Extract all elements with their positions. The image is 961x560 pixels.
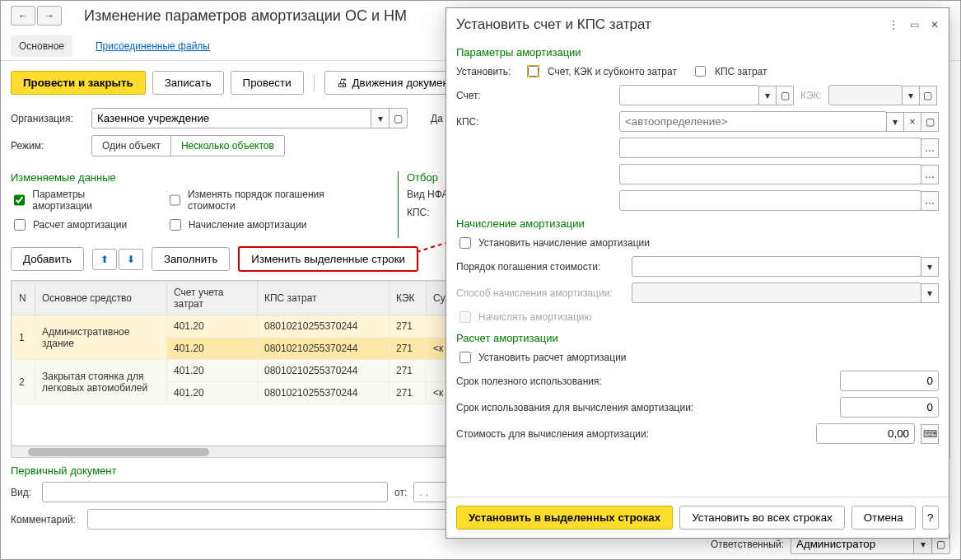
account-dropdown-icon[interactable]: ▾ <box>758 86 777 105</box>
chk-set-charge[interactable] <box>460 237 471 249</box>
change-selected-rows-button[interactable]: Изменить выделенные строки <box>238 246 418 272</box>
subconto3-input[interactable] <box>619 190 921 211</box>
kps-input[interactable] <box>619 111 887 132</box>
chk-depr-params[interactable] <box>14 194 25 206</box>
repay-dropdown-icon[interactable]: ▾ <box>921 257 939 277</box>
fill-button[interactable]: Заполнить <box>152 247 230 271</box>
chk-kps-costs[interactable] <box>695 66 706 77</box>
changed-data-title: Изменяемые данные <box>11 171 365 184</box>
kek-open-icon[interactable]: ▢ <box>919 86 937 105</box>
dialog-title: Установить счет и КПС затрат <box>456 16 651 33</box>
maximize-icon[interactable]: ▭ <box>910 19 919 30</box>
set-label: Установить: <box>456 66 518 77</box>
chk-change-repay[interactable] <box>170 194 180 206</box>
cell-asset-1[interactable]: Административное здание <box>35 315 167 360</box>
mode-label: Режим: <box>11 140 85 152</box>
charge-method-label: Способ начисления амортизации: <box>456 287 625 299</box>
repay-order-label: Порядок погашения стоимости: <box>456 261 625 273</box>
cell-asset-2[interactable]: Закрытая стоянка для легковых автомобиле… <box>35 360 167 404</box>
chk-depr-charge[interactable] <box>170 219 181 231</box>
cell-kps-1a[interactable]: 08010210255370244 <box>258 315 390 338</box>
cell-kek-2b[interactable]: 271 <box>390 382 427 404</box>
subconto2-more-icon[interactable]: … <box>921 165 939 184</box>
chk-accrue-depr <box>460 311 471 323</box>
mode-many-objects[interactable]: Несколько объектов <box>171 136 284 156</box>
tab-attached-files[interactable]: Присоединенные файлы <box>87 35 218 57</box>
tab-main[interactable]: Основное <box>11 35 72 57</box>
charge-method-input <box>632 282 921 303</box>
cell-kps-2a[interactable]: 08010210255370244 <box>258 360 390 382</box>
col-n[interactable]: N <box>12 282 35 315</box>
add-row-button[interactable]: Добавить <box>11 247 84 271</box>
org-label: Организация: <box>11 113 85 124</box>
help-button[interactable]: ? <box>922 506 939 530</box>
chk-kps-costs-label: КПС затрат <box>715 66 767 77</box>
col-kps[interactable]: КПС затрат <box>258 282 390 315</box>
chk-set-calc-label: Установить расчет амортизации <box>478 352 627 363</box>
responsible-label: Ответственный: <box>711 539 784 550</box>
set-in-all-button[interactable]: Установить во всех строках <box>679 506 845 530</box>
mode-one-object[interactable]: Один объект <box>92 136 171 156</box>
sec-params-title: Параметры амортизации <box>456 46 939 58</box>
kps-label: КПС: <box>456 116 613 128</box>
subconto1-input[interactable] <box>619 138 921 158</box>
org-input[interactable] <box>91 108 371 128</box>
col-asset[interactable]: Основное средство <box>35 282 167 315</box>
cell-acct-2b[interactable]: 401.20 <box>167 382 258 404</box>
kind-input[interactable] <box>42 482 388 502</box>
kps-open-icon[interactable]: ▢ <box>921 112 939 132</box>
cell-kek-1a[interactable]: 271 <box>390 315 427 338</box>
useful-life-input[interactable] <box>840 371 939 391</box>
cell-kps-1b[interactable]: 08010210255370244 <box>258 338 390 360</box>
col-acct[interactable]: Счет учета затрат <box>167 282 258 315</box>
nav-forward-button[interactable]: → <box>37 6 62 26</box>
kps-dropdown-icon[interactable]: ▾ <box>886 112 904 132</box>
calc-life-input[interactable] <box>840 397 939 418</box>
save-button[interactable]: Записать <box>152 71 224 95</box>
subconto2-input[interactable] <box>619 164 921 184</box>
comment-label: Комментарий: <box>11 514 81 525</box>
org-dropdown-icon[interactable]: ▾ <box>371 108 390 128</box>
post-button[interactable]: Провести <box>231 71 304 95</box>
kek-label: КЭК: <box>800 90 822 101</box>
move-down-button[interactable]: ⬇ <box>119 249 143 270</box>
cell-kps-2b[interactable]: 08010210255370244 <box>258 382 390 404</box>
account-label: Счет: <box>456 90 613 101</box>
cell-acct-1b-editing[interactable]: 401.20 <box>167 338 258 360</box>
charge-method-dropdown-icon[interactable]: ▾ <box>921 283 939 303</box>
useful-life-label: Срок полезного использования: <box>456 376 833 387</box>
set-in-selected-button[interactable]: Установить в выделенных строках <box>456 506 673 530</box>
kps-clear-icon[interactable]: × <box>903 112 921 132</box>
kek-dropdown-icon[interactable]: ▾ <box>902 86 920 105</box>
org-open-icon[interactable]: ▢ <box>390 108 408 128</box>
repay-order-input[interactable] <box>632 256 921 277</box>
more-icon[interactable]: ⋮ <box>889 19 898 30</box>
cell-kek-1b[interactable]: 271 <box>390 338 427 360</box>
chk-depr-params-label: Параметры амортизации <box>32 189 141 212</box>
post-and-close-button[interactable]: Провести и закрыть <box>11 71 146 95</box>
move-up-button[interactable]: ⬆ <box>92 249 117 270</box>
cell-acct-2a[interactable]: 401.20 <box>167 360 258 382</box>
cell-kek-2a[interactable]: 271 <box>390 360 427 382</box>
scrollbar-thumb[interactable] <box>28 448 209 456</box>
dialog-set-account-kps: Установить счет и КПС затрат ⋮ ▭ ✕ Парам… <box>446 7 949 539</box>
calc-cost-calc-icon[interactable]: ⌨ <box>921 424 939 444</box>
from-label: от: <box>394 487 407 498</box>
chk-depr-calc[interactable] <box>14 219 26 231</box>
chk-account-kek-subconto[interactable] <box>528 66 539 77</box>
subconto3-more-icon[interactable]: … <box>921 191 939 211</box>
col-kek[interactable]: КЭК <box>390 282 427 315</box>
cell-n-2[interactable]: 2 <box>12 360 35 404</box>
calc-cost-input[interactable] <box>816 423 915 444</box>
account-open-icon[interactable]: ▢ <box>776 86 794 105</box>
date-label: Да <box>431 113 443 124</box>
cell-n-1[interactable]: 1 <box>12 315 35 360</box>
account-input[interactable] <box>619 85 759 105</box>
subconto1-more-icon[interactable]: … <box>921 138 939 158</box>
nav-back-button[interactable]: ← <box>11 6 35 26</box>
chk-set-calc[interactable] <box>460 352 471 363</box>
cancel-button[interactable]: Отмена <box>851 506 916 530</box>
close-icon[interactable]: ✕ <box>931 19 939 30</box>
chk-change-repay-label: Изменять порядок погашения стоимости <box>188 189 365 212</box>
cell-acct-1a[interactable]: 401.20 <box>167 315 258 338</box>
